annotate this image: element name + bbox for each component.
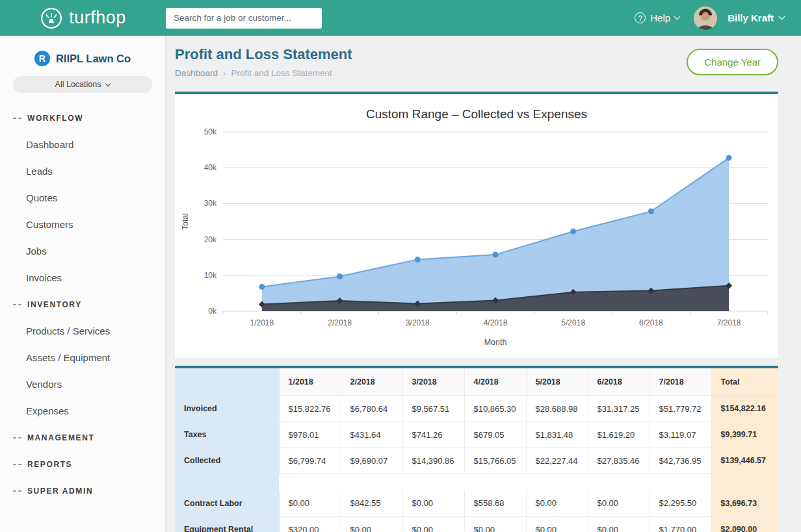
sidebar-item-jobs[interactable]: Jobs xyxy=(0,238,165,264)
table-cell: $2,295.50 xyxy=(650,490,711,516)
svg-text:6/2018: 6/2018 xyxy=(639,318,663,327)
table-cell: $842.55 xyxy=(341,490,402,516)
table-spacer-row xyxy=(175,474,778,490)
sidebar-item-quotes[interactable]: Quotes xyxy=(0,184,165,211)
row-label: Invoiced xyxy=(175,396,279,422)
sidebar-item-customers[interactable]: Customers xyxy=(0,211,165,238)
table-cell: $9,399.71 xyxy=(711,422,778,448)
table-cell: $3,696.73 xyxy=(711,490,778,516)
breadcrumb-dashboard[interactable]: Dashboard xyxy=(175,68,218,78)
chart-title: Custom Range – Collected vs Expenses xyxy=(175,94,778,121)
svg-text:10k: 10k xyxy=(204,271,217,280)
locations-dropdown[interactable]: All Locations xyxy=(13,76,152,93)
sidebar-section-inventory[interactable]: INVENTORY xyxy=(0,291,165,318)
turfhop-logo[interactable]: turfhop xyxy=(0,6,166,30)
sidebar-item-invoices[interactable]: Invoices xyxy=(0,264,165,291)
help-label: Help xyxy=(650,12,670,23)
breadcrumb-current: Profit and Loss Statement xyxy=(231,68,332,78)
company[interactable]: R RIIPL Lawn Co xyxy=(0,49,165,68)
svg-text:Month: Month xyxy=(484,338,507,347)
profit-loss-chart: 0k10k20k30k40k50k1/20182/20183/20184/201… xyxy=(175,123,778,354)
section-label: REPORTS xyxy=(27,460,72,469)
svg-text:40k: 40k xyxy=(204,163,217,172)
sidebar-item-expenses[interactable]: Expenses xyxy=(0,398,165,424)
svg-text:20k: 20k xyxy=(204,235,217,244)
column-header: 1/2018 xyxy=(279,368,341,396)
svg-text:3/2018: 3/2018 xyxy=(406,318,430,327)
chart-svg: 0k10k20k30k40k50k1/20182/20183/20184/201… xyxy=(175,123,778,351)
sidebar-item-dashboard[interactable]: Dashboard xyxy=(0,131,165,158)
table-cell: $679.05 xyxy=(464,422,526,448)
breadcrumb-separator: › xyxy=(223,68,226,78)
svg-text:1/2018: 1/2018 xyxy=(250,318,274,327)
svg-text:2/2018: 2/2018 xyxy=(328,318,352,327)
table-cell: $558.68 xyxy=(464,490,526,516)
svg-text:Total: Total xyxy=(181,213,190,229)
table-cell: $1,831.48 xyxy=(526,422,588,448)
table-cell: $320.00 xyxy=(279,516,341,532)
table-cell: $978.01 xyxy=(279,422,341,448)
table-row: Collected$6,799.74$9,690.07$14,390.86$15… xyxy=(175,448,778,474)
search-input[interactable] xyxy=(166,8,322,29)
section-dash-icon xyxy=(13,118,21,119)
section-dash-icon xyxy=(13,304,21,305)
table-cell: $1,770.00 xyxy=(650,516,711,532)
table-cell: $42,736.95 xyxy=(650,448,711,474)
sidebar-section-workflow[interactable]: WORKFLOW xyxy=(0,105,165,131)
top-bar: turfhop ? Help Billy Kraft xyxy=(0,0,801,36)
table-cell: $3,119.07 xyxy=(650,422,711,448)
column-header: Total xyxy=(711,368,778,396)
sidebar-item-leads[interactable]: Leads xyxy=(0,158,165,184)
help-menu[interactable]: ? Help xyxy=(635,12,679,23)
table-cell: $6,799.74 xyxy=(279,448,341,474)
user-name: Billy Kraft xyxy=(728,12,774,23)
chevron-down-icon xyxy=(779,14,785,20)
user-menu[interactable]: Billy Kraft xyxy=(728,12,784,23)
table-cell: $741.26 xyxy=(402,422,464,448)
avatar[interactable] xyxy=(694,6,717,30)
table-cell: $154,822.16 xyxy=(711,396,778,422)
column-header: 2/2018 xyxy=(341,368,402,396)
column-header xyxy=(175,368,279,396)
profit-loss-table: 1/20182/20183/20184/20185/20186/20187/20… xyxy=(175,368,778,532)
svg-text:4/2018: 4/2018 xyxy=(484,318,508,327)
table-cell: $0.00 xyxy=(402,516,464,532)
table-cell: $0.00 xyxy=(464,516,526,532)
section-label: INVENTORY xyxy=(27,300,82,309)
table-row: Invoiced$15,822.76$6,780.64$9,567.51$10,… xyxy=(175,396,778,422)
page-title: Profit and Loss Statement xyxy=(175,46,352,63)
table-cell: $0.00 xyxy=(526,516,588,532)
main-content: Profit and Loss Statement Dashboard › Pr… xyxy=(166,36,801,532)
sidebar-item-products-services[interactable]: Products / Services xyxy=(0,318,165,344)
sidebar-item-assets-equipment[interactable]: Assets / Equipment xyxy=(0,344,165,371)
change-year-button[interactable]: Change Year xyxy=(687,49,778,75)
sidebar-section-management[interactable]: MANAGEMENT xyxy=(0,424,165,451)
table-cell: $9,567.51 xyxy=(402,396,464,422)
table-cell: $0.00 xyxy=(279,490,341,516)
section-label: MANAGEMENT xyxy=(27,433,94,442)
column-header: 5/2018 xyxy=(526,368,588,396)
sidebar-item-vendors[interactable]: Vendors xyxy=(0,371,165,398)
table-cell: $31,317.25 xyxy=(588,396,650,422)
table-cell: $0.00 xyxy=(588,516,650,532)
sidebar-section-reports[interactable]: REPORTS xyxy=(0,451,165,477)
chevron-down-icon xyxy=(105,81,111,86)
table-cell: $28,688.98 xyxy=(526,396,588,422)
breadcrumb: Dashboard › Profit and Loss Statement xyxy=(175,68,352,78)
locations-label: All Locations xyxy=(55,80,101,89)
table-cell: $9,690.07 xyxy=(341,448,402,474)
table-cell: $14,390.86 xyxy=(402,448,464,474)
column-header: 3/2018 xyxy=(402,368,464,396)
table-card: 1/20182/20183/20184/20185/20186/20187/20… xyxy=(175,366,778,532)
table-row: Contract Labor$0.00$842.55$0.00$558.68$0… xyxy=(175,490,778,516)
table-cell: $6,780.64 xyxy=(341,396,402,422)
table-cell: $139,446.57 xyxy=(711,448,778,474)
sidebar-section-super-admin[interactable]: SUPER ADMIN xyxy=(0,477,165,504)
brand-name: turfhop xyxy=(69,8,126,28)
page-header: Profit and Loss Statement Dashboard › Pr… xyxy=(175,46,778,84)
section-dash-icon xyxy=(13,490,21,492)
svg-text:0k: 0k xyxy=(208,307,217,316)
table-cell: $15,822.76 xyxy=(279,396,341,422)
section-dash-icon xyxy=(13,464,21,465)
svg-text:7/2018: 7/2018 xyxy=(717,318,741,327)
